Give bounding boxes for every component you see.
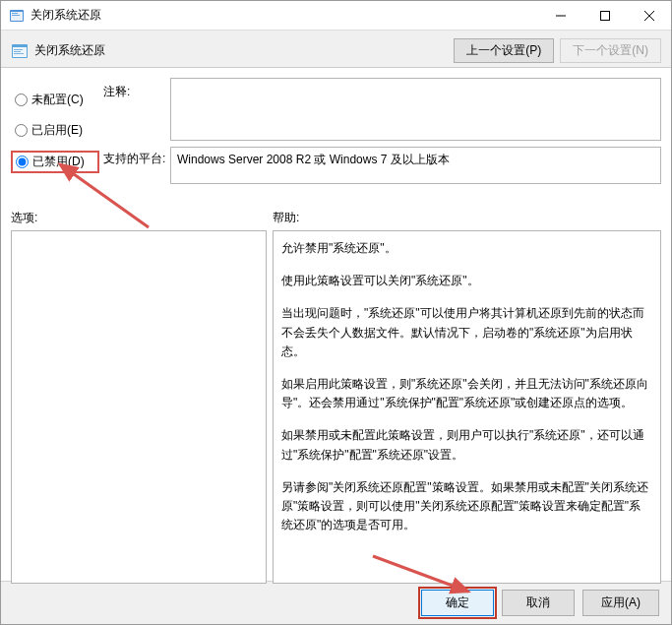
radio-enabled-label: 已启用(E) <box>31 122 83 139</box>
next-setting-button: 下一个设置(N) <box>560 38 661 63</box>
cancel-button[interactable]: 取消 <box>502 590 575 616</box>
options-box <box>11 230 267 584</box>
apply-button[interactable]: 应用(A) <box>582 590 659 616</box>
header-title: 关闭系统还原 <box>34 42 448 59</box>
help-p5: 另请参阅"关闭系统还原配置"策略设置。如果禁用或未配置"关闭系统还原"策略设置，… <box>281 478 652 535</box>
svg-rect-11 <box>14 51 21 52</box>
maximize-button[interactable] <box>582 1 627 30</box>
help-p0: 允许禁用"系统还原"。 <box>281 239 652 258</box>
dialog-button-row: 确定 取消 应用(A) <box>1 581 671 624</box>
content-area: 未配置(C) 已启用(E) 已禁用(D) 注释: 支持的平台: Windows … <box>1 68 671 581</box>
svg-rect-10 <box>14 49 23 50</box>
platform-textbox: Windows Server 2008 R2 或 Windows 7 及以上版本 <box>170 147 661 184</box>
policy-icon <box>11 42 29 60</box>
help-p1: 使用此策略设置可以关闭"系统还原"。 <box>281 272 652 290</box>
window-titlebar: 关闭系统还原 <box>1 1 671 31</box>
radio-disabled-label: 已禁用(D) <box>32 154 85 170</box>
radio-disabled[interactable]: 已禁用(D) <box>11 151 99 173</box>
state-radio-group: 未配置(C) 已启用(E) 已禁用(D) <box>11 78 99 173</box>
platform-text: Windows Server 2008 R2 或 Windows 7 及以上版本 <box>177 153 450 166</box>
help-p2: 当出现问题时，"系统还原"可以使用户将其计算机还原到先前的状态而不会丢失个人数据… <box>281 304 652 361</box>
header-row: 关闭系统还原 上一个设置(P) 下一个设置(N) <box>1 31 671 68</box>
window-controls <box>538 1 671 30</box>
window-title: 关闭系统还原 <box>31 7 538 24</box>
help-box: 允许禁用"系统还原"。 使用此策略设置可以关闭"系统还原"。 当出现问题时，"系… <box>273 230 661 584</box>
radio-enabled[interactable]: 已启用(E) <box>11 120 99 141</box>
app-icon <box>9 8 25 24</box>
svg-rect-2 <box>12 13 18 14</box>
options-label: 选项: <box>11 210 267 226</box>
ok-button[interactable]: 确定 <box>421 590 494 616</box>
minimize-button[interactable] <box>538 1 582 30</box>
help-label: 帮助: <box>273 210 661 226</box>
comment-textbox[interactable] <box>170 78 661 141</box>
svg-rect-5 <box>600 11 609 20</box>
radio-not-configured-label: 未配置(C) <box>31 92 84 108</box>
comment-label: 注释: <box>103 78 166 100</box>
radio-not-configured[interactable]: 未配置(C) <box>11 90 99 110</box>
help-p4: 如果禁用或未配置此策略设置，则用户可以执行"系统还原"，还可以通过"系统保护"配… <box>281 426 652 464</box>
help-p3: 如果启用此策略设置，则"系统还原"会关闭，并且无法访问"系统还原向导"。还会禁用… <box>281 375 652 412</box>
svg-rect-3 <box>12 15 20 16</box>
radio-enabled-input[interactable] <box>15 124 28 137</box>
radio-not-configured-input[interactable] <box>15 94 28 106</box>
close-button[interactable] <box>627 1 671 30</box>
svg-rect-12 <box>14 53 24 54</box>
radio-disabled-input[interactable] <box>16 156 29 168</box>
platform-label: 支持的平台: <box>103 147 166 167</box>
prev-setting-button[interactable]: 上一个设置(P) <box>454 38 554 63</box>
